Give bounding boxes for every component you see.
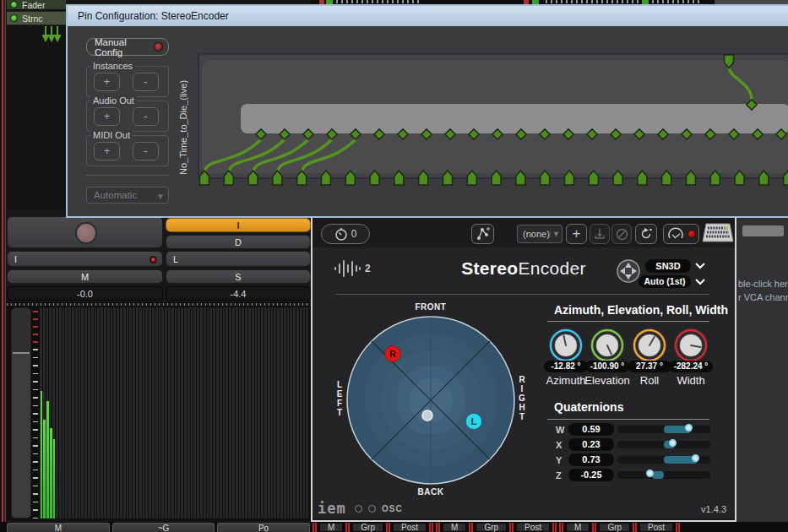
order-dropdown[interactable]: Auto (1st) — [639, 275, 691, 288]
quaternion-z-slider[interactable] — [617, 471, 710, 479]
auto-refresh-button[interactable] — [635, 224, 657, 244]
elevation-knob[interactable] — [588, 326, 627, 365]
track-row-strnc[interactable]: Strnc — [7, 11, 66, 25]
post-button[interactable]: Po — [217, 523, 310, 532]
channel-pin[interactable] — [516, 171, 525, 185]
fader-handle[interactable] — [13, 352, 30, 354]
volume-readout[interactable]: -4.4 — [166, 286, 311, 301]
window-titlebar[interactable]: Pin Configuration: StereoEncoder — [68, 6, 788, 26]
preset-dropdown[interactable]: (none) ▼ — [517, 225, 562, 243]
output-pin-diamond[interactable] — [776, 129, 786, 139]
bypass-button[interactable] — [611, 224, 632, 244]
volume-fader[interactable] — [11, 307, 31, 518]
instances-plus-button[interactable]: + — [94, 73, 120, 91]
channel-pin[interactable] — [735, 171, 744, 185]
channel-pin[interactable] — [273, 171, 282, 185]
quaternion-w-value[interactable]: 0.59 — [568, 423, 614, 436]
output-pin-diamond[interactable] — [729, 129, 739, 139]
d-button[interactable]: D — [166, 235, 311, 249]
channel-pin[interactable] — [759, 171, 769, 185]
channel-pin[interactable] — [467, 171, 476, 185]
output-pin-diamond[interactable] — [658, 129, 668, 139]
record-arm-button[interactable]: I — [166, 218, 311, 232]
mixer-input-row[interactable]: I — [7, 251, 163, 267]
encoder-sphere[interactable]: R L FRONT BACK LEFT RIGHT — [329, 298, 532, 501]
quaternion-x-slider[interactable] — [617, 441, 710, 448]
keyboard-icon[interactable] — [701, 221, 735, 245]
output-pin-diamond[interactable] — [682, 129, 692, 139]
output-pin-diamond[interactable] — [540, 129, 550, 139]
quaternion-w-slider[interactable] — [617, 426, 710, 433]
pan-knob[interactable] — [75, 222, 97, 244]
osc-status-icon[interactable] — [368, 505, 376, 513]
width-knob[interactable] — [671, 326, 710, 365]
slider-handle[interactable] — [692, 454, 699, 462]
output-pin-diamond[interactable] — [563, 129, 573, 139]
channel-pin[interactable] — [638, 171, 647, 185]
l-row[interactable]: L — [166, 251, 311, 267]
channel-pin[interactable] — [443, 171, 453, 185]
add-fx-button[interactable]: + — [566, 224, 587, 244]
audio-out-plus-button[interactable]: + — [94, 107, 120, 126]
pdc-clock-button[interactable]: 0 — [321, 224, 370, 244]
slider-handle[interactable] — [646, 470, 654, 477]
output-pin-diamond[interactable] — [374, 129, 384, 139]
channel-pin[interactable] — [613, 171, 622, 185]
channel-pin[interactable] — [565, 171, 574, 185]
pin-mode-dropdown[interactable]: Automatic ▼ — [86, 187, 169, 204]
chevron-down-icon[interactable] — [694, 262, 706, 269]
volume-readout[interactable]: -0.0 — [7, 286, 163, 301]
master-mute-button[interactable]: M — [7, 523, 110, 532]
channel-pin[interactable] — [492, 171, 501, 185]
strip-button-grp[interactable]: Grp — [476, 523, 507, 532]
roll-value[interactable]: 27.37 ° — [628, 361, 671, 372]
output-pin-diamond[interactable] — [634, 129, 644, 139]
gain-button[interactable]: ~G — [112, 523, 215, 532]
channel-pin[interactable] — [662, 171, 671, 185]
channel-pin[interactable] — [322, 171, 331, 185]
save-preset-button[interactable] — [590, 224, 610, 244]
channel-pin[interactable] — [589, 171, 598, 185]
quaternion-y-slider[interactable] — [617, 456, 710, 464]
strip-button-grp[interactable]: Grp — [352, 523, 383, 532]
slider-handle[interactable] — [685, 424, 693, 432]
output-pin-diamond[interactable] — [753, 129, 763, 139]
output-pin-diamond[interactable] — [303, 129, 313, 139]
normalization-dropdown[interactable]: SN3D — [645, 259, 691, 273]
output-pin-diamond[interactable] — [327, 129, 337, 139]
marker-right[interactable]: R — [385, 346, 401, 362]
channel-pin[interactable] — [345, 171, 355, 185]
midi-out-minus-button[interactable]: - — [133, 142, 159, 160]
quaternion-z-value[interactable]: -0.25 — [568, 469, 614, 481]
output-pin-diamond[interactable] — [256, 129, 266, 139]
channel-pin[interactable] — [710, 171, 720, 185]
channel-pin[interactable] — [200, 171, 209, 185]
output-pin-diamond[interactable] — [611, 129, 621, 139]
channel-pin[interactable] — [370, 171, 379, 185]
output-pin-diamond[interactable] — [280, 129, 290, 139]
quaternion-y-value[interactable]: 0.73 — [568, 453, 614, 466]
strip-button-m[interactable]: M — [566, 523, 590, 532]
channel-pin[interactable] — [419, 171, 428, 185]
strip-button-grp[interactable]: Grp — [599, 523, 630, 532]
output-pin-diamond[interactable] — [705, 129, 715, 139]
center-handle[interactable] — [422, 410, 432, 421]
channel-pin[interactable] — [687, 171, 696, 185]
strip-button-post[interactable]: Post — [639, 523, 673, 532]
roll-knob[interactable] — [630, 326, 669, 365]
performance-meter-button[interactable] — [663, 224, 699, 244]
channel-pin[interactable] — [297, 171, 307, 185]
channel-pin[interactable] — [394, 171, 404, 185]
output-pin-diamond[interactable] — [587, 129, 597, 139]
strip-button-post[interactable]: Post — [393, 523, 427, 532]
audio-out-minus-button[interactable]: - — [133, 107, 159, 126]
slider-handle[interactable] — [669, 439, 677, 447]
width-value[interactable]: -282.24 ° — [669, 361, 713, 372]
mute-button[interactable]: M — [7, 269, 163, 284]
output-pin-diamond[interactable] — [747, 100, 757, 110]
solo-button[interactable]: S — [166, 269, 311, 284]
channel-pin[interactable] — [541, 171, 550, 185]
output-pin-diamond[interactable] — [469, 129, 479, 139]
output-pin-diamond[interactable] — [351, 129, 361, 139]
source-pin[interactable] — [725, 55, 734, 68]
